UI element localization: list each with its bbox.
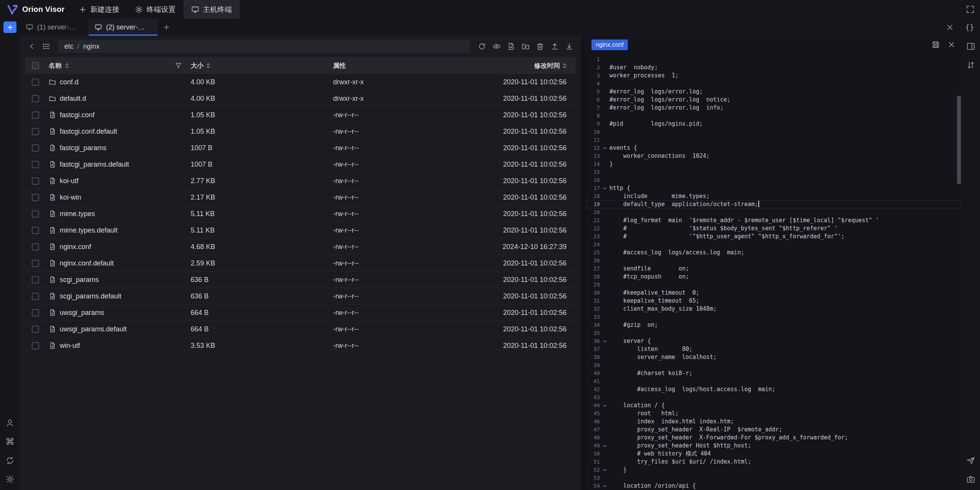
code-line[interactable]: 21 #log_format main '$remote_addr - $rem… — [586, 216, 961, 225]
screenshot-camera-icon[interactable] — [966, 475, 975, 484]
code-line[interactable]: 14} — [586, 160, 961, 168]
code-line[interactable]: 37 listen 80; — [586, 345, 961, 353]
fold-chevron-icon[interactable] — [600, 184, 609, 192]
code-line[interactable]: 43 — [586, 393, 961, 402]
code-line[interactable]: 53 — [586, 474, 961, 482]
code-line[interactable]: 20 — [586, 208, 961, 216]
new-file-button[interactable] — [505, 40, 518, 53]
code-line[interactable]: 28 #tcp_nopush on; — [586, 273, 961, 281]
code-line[interactable]: 31 keepalive_timeout 65; — [586, 297, 961, 305]
code-line[interactable]: 5#error_log logs/error.log; — [586, 88, 961, 96]
row-checkbox[interactable] — [32, 293, 39, 300]
file-name[interactable]: uwsgi_params — [60, 309, 104, 317]
fold-chevron-icon[interactable] — [600, 482, 609, 490]
row-checkbox[interactable] — [32, 177, 39, 185]
code-line[interactable]: 25 #access_log logs/access.log main; — [586, 249, 961, 257]
code-line[interactable]: 22 # '$status $body_bytes_sent "$http_re… — [586, 225, 961, 233]
code-line[interactable]: 3worker_processes 1; — [586, 72, 961, 80]
table-row[interactable]: koi-utf2.77 KB-rw-r--r--2020-11-01 10:02… — [25, 173, 576, 189]
code-line[interactable]: 18 include mime.types; — [586, 192, 961, 200]
code-line[interactable]: 23 # '"$http_user_agent" "$http_x_forwar… — [586, 233, 961, 241]
code-line[interactable]: 38 server_name localhost; — [586, 353, 961, 361]
delete-button[interactable] — [534, 40, 547, 53]
row-checkbox[interactable] — [32, 111, 39, 119]
table-row[interactable]: nginx.conf4.68 KB-rw-r--r--2024-12-10 16… — [25, 239, 576, 255]
session-tab[interactable]: (2) server-生产-1 — [89, 19, 158, 36]
code-line[interactable]: 17http { — [586, 184, 961, 192]
code-line[interactable]: 15 — [586, 168, 961, 176]
code-line[interactable]: 44 location / { — [586, 402, 961, 410]
file-name[interactable]: mime.types.default — [60, 226, 118, 234]
side-panel-icon[interactable] — [966, 42, 975, 51]
table-row[interactable]: mime.types.default5.11 KB-rw-r--r--2020-… — [25, 222, 576, 239]
code-line[interactable]: 26 — [586, 257, 961, 265]
file-name[interactable]: uwsgi_params.default — [60, 325, 127, 333]
file-name[interactable]: scgi_params — [60, 276, 99, 284]
menu-new-connection[interactable]: 新建连接 — [71, 0, 127, 19]
editor-scrollbar[interactable] — [957, 96, 961, 184]
breadcrumb-item-nginx[interactable]: nginx — [83, 43, 100, 51]
file-name[interactable]: win-utf — [60, 342, 80, 350]
row-checkbox[interactable] — [32, 342, 39, 349]
close-editor-icon[interactable] — [947, 40, 956, 49]
sync-icon[interactable] — [5, 456, 15, 465]
sort-size-control[interactable] — [206, 63, 210, 69]
user-icon[interactable] — [5, 418, 15, 428]
table-row[interactable]: uwsgi_params664 B-rw-r--r--2020-11-01 10… — [25, 305, 576, 321]
menu-host-terminal[interactable]: 主机终端 — [183, 0, 240, 19]
code-line[interactable]: 10 — [586, 128, 961, 136]
fold-chevron-icon[interactable] — [600, 337, 609, 345]
table-row[interactable]: fastcgi_params.default1007 B-rw-r--r--20… — [25, 156, 576, 173]
code-line[interactable]: 6#error_log logs/error.log notice; — [586, 96, 961, 104]
fold-chevron-icon[interactable] — [600, 442, 609, 450]
table-row[interactable]: scgi_params.default636 B-rw-r--r--2020-1… — [25, 288, 576, 305]
filter-icon[interactable] — [175, 62, 182, 69]
select-all-checkbox[interactable] — [32, 62, 39, 69]
code-area[interactable]: 12#user nobody;3worker_processes 1;45#er… — [586, 54, 961, 490]
code-line[interactable]: 49 proxy_set_header Host $http_host; — [586, 442, 961, 450]
table-row[interactable]: scgi_params636 B-rw-r--r--2020-11-01 10:… — [25, 272, 576, 288]
file-list-button[interactable] — [40, 40, 53, 53]
file-name[interactable]: mime.types — [60, 210, 95, 218]
code-line[interactable]: 30 #keepalive_timeout 0; — [586, 289, 961, 297]
table-row[interactable]: uwsgi_params.default664 B-rw-r--r--2020-… — [25, 321, 576, 338]
row-checkbox[interactable] — [32, 95, 39, 102]
code-line[interactable]: 52 } — [586, 466, 961, 474]
preview-hidden-button[interactable] — [490, 40, 503, 53]
file-name[interactable]: nginx.conf — [60, 243, 91, 251]
table-row[interactable]: fastcgi.conf1.05 KB-rw-r--r--2020-11-01 … — [25, 107, 576, 123]
code-line[interactable]: 9#pid logs/nginx.pid; — [586, 120, 961, 128]
file-name[interactable]: fastcgi_params.default — [60, 161, 129, 169]
file-name[interactable]: nginx.conf.default — [60, 259, 114, 267]
row-checkbox[interactable] — [32, 194, 39, 201]
fold-chevron-icon[interactable] — [600, 144, 609, 152]
code-line[interactable]: 11 — [586, 136, 961, 144]
table-row[interactable]: conf.d4.00 KBdrwxr-xr-x2020-11-01 10:02:… — [25, 74, 576, 90]
code-line[interactable]: 1 — [586, 56, 961, 64]
command-icon[interactable]: ⌘ — [5, 437, 15, 446]
code-line[interactable]: 36 server { — [586, 337, 961, 345]
code-line[interactable]: 46 index index.html index.htm; — [586, 418, 961, 426]
code-line[interactable]: 32 client_max_body_size 1048m; — [586, 305, 961, 313]
swap-vertical-icon[interactable] — [966, 61, 975, 70]
row-checkbox[interactable] — [32, 276, 39, 284]
new-folder-button[interactable] — [519, 40, 532, 53]
code-line[interactable]: 42 #access_log logs/host.access.log main… — [586, 385, 961, 393]
row-checkbox[interactable] — [32, 243, 39, 251]
table-row[interactable]: fastcgi.conf.default1.05 KB-rw-r--r--202… — [25, 123, 576, 140]
table-row[interactable]: koi-win2.17 KB-rw-r--r--2020-11-01 10:02… — [25, 189, 576, 206]
download-button[interactable] — [563, 40, 576, 53]
row-checkbox[interactable] — [32, 161, 39, 168]
file-name[interactable]: fastcgi.conf.default — [60, 128, 117, 136]
send-icon[interactable] — [966, 456, 975, 465]
table-row[interactable]: nginx.conf.default2.59 KB-rw-r--r--2020-… — [25, 255, 576, 272]
braces-icon[interactable]: {} — [965, 23, 974, 32]
save-icon[interactable] — [931, 40, 940, 49]
row-checkbox[interactable] — [32, 79, 39, 86]
code-line[interactable]: 54 location /orion/api { — [586, 482, 961, 490]
menu-terminal-settings[interactable]: 终端设置 — [127, 0, 183, 19]
code-line[interactable]: 12events { — [586, 144, 961, 152]
code-line[interactable]: 39 — [586, 361, 961, 369]
code-line[interactable]: 29 — [586, 281, 961, 289]
code-line[interactable]: 19 default_type application/octet-stream… — [586, 200, 961, 208]
